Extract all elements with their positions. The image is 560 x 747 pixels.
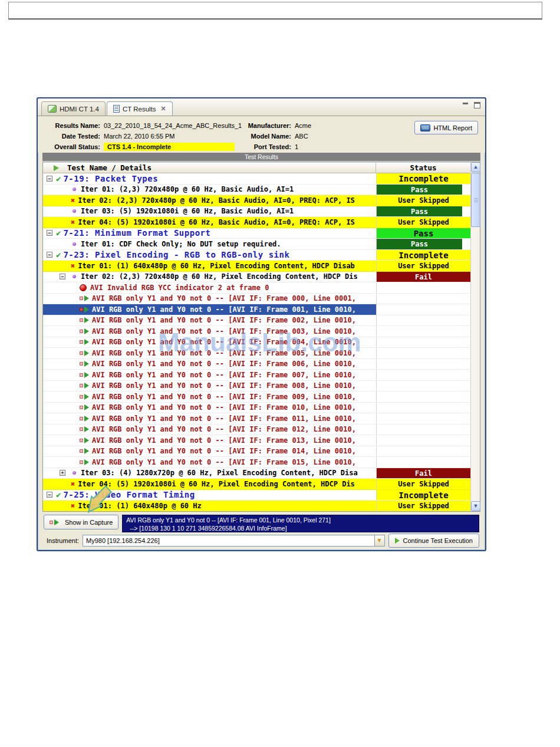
status-cell	[376, 294, 470, 304]
table-row[interactable]: AVI RGB only Y1 and Y0 not 0 -- [AVI IF:…	[43, 326, 470, 337]
test-name-cell[interactable]: AVI RGB only Y1 and Y0 not 0 -- [AVI IF:…	[43, 435, 376, 446]
table-row[interactable]: AVI RGB only Y1 and Y0 not 0 -- [AVI IF:…	[43, 391, 470, 403]
scroll-up-icon[interactable]: ▲	[471, 162, 480, 172]
test-name-cell[interactable]: AVI RGB only Y1 and Y0 not 0 -- [AVI IF:…	[43, 381, 376, 391]
test-name-cell[interactable]: AVI RGB only Y1 and Y0 not 0 -- [AVI IF:…	[43, 424, 376, 435]
test-name-cell[interactable]: ✖Iter 02: (2,3) 720x480p @ 60 Hz, Basic …	[43, 195, 376, 206]
expand-toggle-icon[interactable]: −	[47, 252, 52, 258]
table-row[interactable]: AVI RGB only Y1 and Y0 not 0 -- [AVI IF:…	[43, 457, 470, 468]
test-name-cell[interactable]: ✖Iter 04: (5) 1920x1080i @ 60 Hz, Pixel …	[43, 479, 376, 489]
column-header-status[interactable]: Status	[376, 163, 470, 173]
table-row[interactable]: −✔7-25: Video Format TimingIncomplete	[43, 490, 470, 501]
test-name-cell[interactable]: AVI RGB only Y1 and Y0 not 0 -- [AVI IF:…	[43, 391, 376, 402]
test-name-cell[interactable]: Iter 03: (5) 1920x1080i @ 60 Hz, Basic A…	[43, 206, 376, 217]
html-report-button[interactable]: HTML Report	[414, 121, 478, 134]
test-name-cell[interactable]: ✖Iter 01: (1) 640x480p @ 60 Hz	[43, 501, 376, 511]
table-row[interactable]: AVI RGB only Y1 and Y0 not 0 -- [AVI IF:…	[43, 446, 470, 458]
instrument-label: Instrument:	[44, 537, 79, 544]
vertical-scrollbar[interactable]: ▲ ▼	[470, 162, 480, 511]
status-cell	[376, 326, 470, 337]
test-name-cell[interactable]: AVI Invalid RGB YCC indicator 2 at frame…	[43, 282, 376, 293]
test-name-cell[interactable]: AVI RGB only Y1 and Y0 not 0 -- [AVI IF:…	[43, 294, 376, 304]
test-name-text: AVI RGB only Y1 and Y0 not 0 -- [AVI IF:…	[92, 393, 356, 401]
test-name-cell[interactable]: −✔7-25: Video Format Timing	[43, 490, 376, 501]
table-row[interactable]: AVI RGB only Y1 and Y0 not 0 -- [AVI IF:…	[43, 413, 470, 424]
table-row[interactable]: AVI RGB only Y1 and Y0 not 0 -- [AVI IF:…	[43, 424, 470, 436]
table-row[interactable]: Iter 01: (2,3) 720x480p @ 60 Hz, Basic A…	[43, 185, 470, 196]
ct-results-tab-icon	[113, 105, 120, 113]
test-name-cell[interactable]: −✔7-21: Minimum Format Support	[43, 228, 376, 239]
table-row[interactable]: AVI RGB only Y1 and Y0 not 0 -- [AVI IF:…	[43, 359, 470, 370]
test-name-cell[interactable]: AVI RGB only Y1 and Y0 not 0 -- [AVI IF:…	[43, 457, 376, 468]
table-row[interactable]: −✔7-19: Packet TypesIncomplete	[43, 173, 470, 185]
test-name-cell[interactable]: AVI RGB only Y1 and Y0 not 0 -- [AVI IF:…	[43, 370, 376, 380]
expand-toggle-icon[interactable]: −	[47, 176, 52, 182]
test-name-cell[interactable]: AVI RGB only Y1 and Y0 not 0 -- [AVI IF:…	[43, 315, 376, 326]
table-row[interactable]: ✖Iter 02: (2,3) 720x480p @ 60 Hz, Basic …	[43, 195, 470, 206]
close-tab-icon[interactable]: ✕	[161, 105, 166, 113]
table-row[interactable]: −✔7-21: Minimum Format SupportPass	[43, 228, 470, 239]
table-row[interactable]: AVI RGB only Y1 and Y0 not 0 -- [AVI IF:…	[43, 370, 470, 381]
show-in-capture-button[interactable]: Show in Capture	[44, 515, 118, 529]
table-row[interactable]: AVI Invalid RGB YCC indicator 2 at frame…	[43, 282, 470, 294]
tab-hdmi-ct[interactable]: HDMI CT 1.4	[41, 101, 106, 116]
test-name-cell[interactable]: −Iter 02: (2,3) 720x480p @ 60 Hz, Pixel …	[43, 272, 376, 282]
manufacturer-label: Manufacturer:	[237, 122, 291, 129]
table-row[interactable]: −Iter 02: (2,3) 720x480p @ 60 Hz, Pixel …	[43, 272, 470, 283]
test-name-text: AVI RGB only Y1 and Y0 not 0 -- [AVI IF:…	[92, 414, 356, 423]
test-name-cell[interactable]: ✖Iter 01: (1) 640x480p @ 60 Hz, Pixel En…	[43, 261, 376, 271]
test-name-cell[interactable]: AVI RGB only Y1 and Y0 not 0 -- [AVI IF:…	[43, 326, 376, 337]
skip-cross-icon: ✖	[71, 219, 75, 226]
test-name-cell[interactable]: AVI RGB only Y1 and Y0 not 0 -- [AVI IF:…	[43, 337, 376, 348]
table-row[interactable]: ✖Iter 04: (5) 1920x1080i @ 60 Hz, Pixel …	[43, 479, 470, 490]
table-row[interactable]: AVI RGB only Y1 and Y0 not 0 -- [AVI IF:…	[43, 315, 470, 327]
table-row[interactable]: AVI RGB only Y1 and Y0 not 0 -- [AVI IF:…	[43, 294, 470, 305]
test-name-cell[interactable]: −✔7-23: Pixel Encoding - RGB to RGB-only…	[43, 250, 376, 261]
test-name-cell[interactable]: AVI RGB only Y1 and Y0 not 0 -- [AVI IF:…	[43, 348, 376, 358]
table-row[interactable]: AVI RGB only Y1 and Y0 not 0 -- [AVI IF:…	[43, 304, 470, 315]
test-name-cell[interactable]: −✔7-19: Packet Types	[43, 173, 376, 184]
table-row[interactable]: −✔7-23: Pixel Encoding - RGB to RGB-only…	[43, 250, 470, 261]
table-row[interactable]: AVI RGB only Y1 and Y0 not 0 -- [AVI IF:…	[43, 403, 470, 414]
capture-play-icon	[80, 383, 89, 389]
test-name-cell[interactable]: AVI RGB only Y1 and Y0 not 0 -- [AVI IF:…	[43, 446, 376, 457]
table-row[interactable]: AVI RGB only Y1 and Y0 not 0 -- [AVI IF:…	[43, 337, 470, 348]
table-row[interactable]: AVI RGB only Y1 and Y0 not 0 -- [AVI IF:…	[43, 348, 470, 359]
expand-toggle-icon[interactable]: +	[60, 470, 65, 476]
expand-toggle-icon[interactable]: −	[47, 492, 52, 498]
test-name-text: AVI RGB only Y1 and Y0 not 0 -- [AVI IF:…	[92, 294, 356, 302]
table-row[interactable]: AVI RGB only Y1 and Y0 not 0 -- [AVI IF:…	[43, 435, 470, 446]
table-row[interactable]: Iter 01: CDF Check Only; No DUT setup re…	[43, 239, 470, 250]
test-name-cell[interactable]: ✖Iter 04: (5) 1920x1080i @ 60 Hz, Basic …	[43, 217, 376, 228]
minimize-icon[interactable]	[462, 102, 469, 108]
test-name-cell[interactable]: AVI RGB only Y1 and Y0 not 0 -- [AVI IF:…	[43, 304, 376, 315]
status-badge: Fail	[377, 468, 470, 479]
test-name-cell[interactable]: Iter 01: CDF Check Only; No DUT setup re…	[43, 239, 376, 249]
expand-toggle-icon[interactable]: −	[60, 274, 65, 279]
maximize-icon[interactable]	[474, 102, 480, 108]
test-name-cell[interactable]: Iter 01: (2,3) 720x480p @ 60 Hz, Basic A…	[43, 185, 376, 195]
scrollbar-thumb[interactable]	[471, 173, 480, 227]
expand-toggle-icon[interactable]: −	[47, 230, 52, 236]
test-name-text: Iter 01: (1) 640x480p @ 60 Hz	[78, 502, 202, 510]
empty-top-field[interactable]	[8, 2, 542, 19]
column-header-test-name[interactable]: Test Name / Details	[43, 163, 376, 173]
test-name-cell[interactable]: AVI RGB only Y1 and Y0 not 0 -- [AVI IF:…	[43, 359, 376, 370]
status-cell: User Skipped	[376, 479, 470, 489]
status-cell	[376, 435, 470, 446]
table-row[interactable]: ✖Iter 01: (1) 640x480p @ 60 HzUser Skipp…	[43, 501, 470, 511]
table-row[interactable]: AVI RGB only Y1 and Y0 not 0 -- [AVI IF:…	[43, 381, 470, 392]
table-row[interactable]: ✖Iter 04: (5) 1920x1080i @ 60 Hz, Basic …	[43, 217, 470, 228]
table-row[interactable]: +Iter 03: (4) 1280x720p @ 60 Hz, Pixel E…	[43, 468, 470, 479]
continue-test-execution-button[interactable]: Continue Test Execution	[388, 534, 479, 548]
chevron-down-icon[interactable]: ▼	[374, 535, 384, 546]
table-row[interactable]: Iter 03: (5) 1920x1080i @ 60 Hz, Basic A…	[43, 206, 470, 218]
tab-ct-results[interactable]: CT Results ✕	[107, 101, 173, 116]
scroll-down-icon[interactable]: ▼	[471, 501, 480, 511]
test-name-cell[interactable]: AVI RGB only Y1 and Y0 not 0 -- [AVI IF:…	[43, 403, 376, 413]
test-name-cell[interactable]: +Iter 03: (4) 1280x720p @ 60 Hz, Pixel E…	[43, 468, 376, 479]
test-name-cell[interactable]: AVI RGB only Y1 and Y0 not 0 -- [AVI IF:…	[43, 413, 376, 424]
instrument-select[interactable]: My980 [192.168.254.226] ▼	[83, 535, 385, 547]
results-name-label: Results Name:	[44, 122, 100, 129]
table-row[interactable]: ✖Iter 01: (1) 640x480p @ 60 Hz, Pixel En…	[43, 261, 470, 272]
